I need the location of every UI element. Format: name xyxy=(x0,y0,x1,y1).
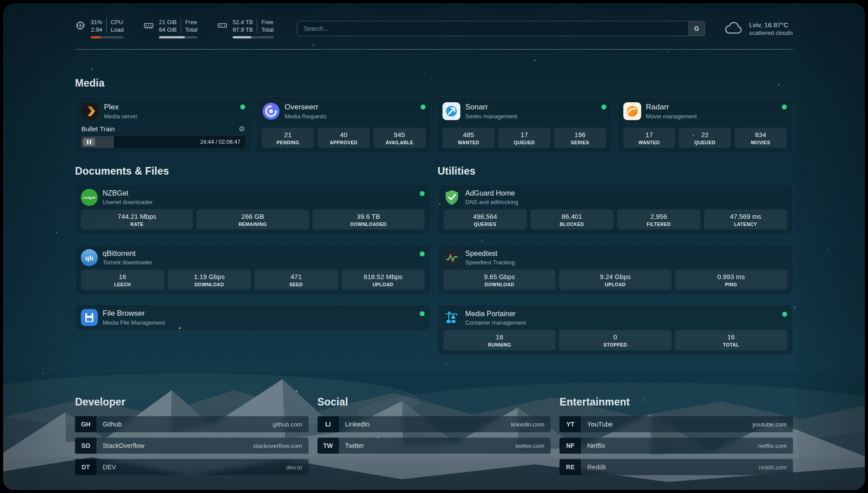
search-engine-button[interactable]: G xyxy=(689,21,705,36)
radarr-card-header: Radarr Movie management xyxy=(623,102,787,120)
disk-usage-bar xyxy=(233,36,274,38)
social-section-title: Social xyxy=(317,396,551,408)
bookmark-netflix[interactable]: NF Netflix netflix.com xyxy=(559,438,793,454)
stat-label: REMAINING xyxy=(198,221,307,227)
section-developer: Developer GH Github github.com SO StackO… xyxy=(75,396,309,480)
service-description: DNS and adblocking xyxy=(465,199,518,205)
overseerr-card[interactable]: Overseerr Media Requests 21 PENDING 40 A… xyxy=(256,96,432,154)
stackoverflow-badge: SO xyxy=(75,438,96,454)
documents-section-title: Documents & Files xyxy=(75,165,430,177)
radarr-card[interactable]: Radarr Movie management 17 WANTED 22 QUE… xyxy=(617,96,793,154)
bookmark-url: linkedin.com xyxy=(511,421,544,428)
stat-label: DOWNLOAD xyxy=(170,282,250,287)
stat-label: PING xyxy=(677,282,785,287)
bookmark-twitter[interactable]: TW Twitter twitter.com xyxy=(317,438,551,454)
entertainment-section-title: Entertainment xyxy=(559,396,793,408)
service-name: Plex xyxy=(104,103,138,112)
bookmark-youtube[interactable]: YT YouTube youtube.com xyxy=(559,416,793,432)
hard-drive-icon xyxy=(217,20,228,31)
stat-queries: 498,564 QUERIES xyxy=(443,209,527,230)
speedtest-waveform-icon xyxy=(443,249,460,266)
bookmark-name: Twitter xyxy=(345,442,364,449)
qbittorrent-titles: qBittorrent Torrent downloader xyxy=(103,250,152,266)
search-input[interactable] xyxy=(297,21,689,36)
stat-value: 86,401 xyxy=(532,213,612,221)
memory-usage-fill xyxy=(159,36,185,38)
weather-texts: Lviv, 16.87°C scattered clouds xyxy=(749,21,793,36)
gear-icon[interactable]: ⚙ xyxy=(238,125,245,133)
stat-label: QUEUED xyxy=(500,140,549,145)
portainer-stats: 16 RUNNING 0 STOPPED 16 TOTAL xyxy=(443,330,787,350)
dev-badge: DT xyxy=(75,459,96,475)
bookmarks-area: Developer GH Github github.com SO StackO… xyxy=(75,396,793,480)
weather-location: Lviv, 16.87°C xyxy=(749,21,793,29)
now-playing-row: Bullet Train ⚙ xyxy=(81,125,245,133)
dashboard-window: 31% 2.94 CPU Load xyxy=(3,3,865,490)
stat-movies: 834 MOVIES xyxy=(734,128,787,148)
entertainment-bookmarks: YT YouTube youtube.com NF Netflix netfli… xyxy=(559,416,793,475)
qbittorrent-card[interactable]: qb qBittorrent Torrent downloader 16 xyxy=(75,244,430,295)
stat-remaining: 266 GB REMAINING xyxy=(196,209,309,230)
bookmark-reddit[interactable]: RE Reddit reddit.com xyxy=(559,459,793,475)
playback-progress-bar[interactable]: 24:44 / 02:06:47 xyxy=(81,136,245,148)
speedtest-card[interactable]: Speedtest Speedtest Tracking 9.65 Gbps D… xyxy=(438,244,793,295)
stat-label: WANTED xyxy=(444,140,493,145)
stat-approved: 40 APPROVED xyxy=(317,128,370,148)
sonarr-titles: Sonarr Series management xyxy=(465,103,517,120)
adguard-card-header: AdGuard Home DNS and adblocking xyxy=(443,189,787,206)
cpu-values: 31% 2.94 xyxy=(91,18,102,33)
filebrowser-card[interactable]: File Browser Media File Management xyxy=(75,305,430,330)
stat-value: 1.19 Gbps xyxy=(170,273,250,281)
linkedin-badge: LI xyxy=(317,416,339,432)
stat-value: 834 xyxy=(736,131,785,139)
stat-label: LATENCY xyxy=(706,221,786,227)
bookmark-name: Reddit xyxy=(587,464,606,471)
reddit-badge: RE xyxy=(559,459,581,475)
stat-label: STOPPED xyxy=(561,342,669,347)
stat-value: 2,956 xyxy=(619,213,699,221)
portainer-card[interactable]: Media Portainer Container management 16 … xyxy=(438,305,793,355)
bookmark-linkedin[interactable]: LI LinkedIn linkedin.com xyxy=(317,416,551,432)
now-playing-title: Bullet Train xyxy=(81,125,115,133)
status-indicator xyxy=(420,191,425,196)
portainer-card-header: Media Portainer Container management xyxy=(443,309,787,326)
top-bar: 31% 2.94 CPU Load xyxy=(75,18,793,38)
adguard-titles: AdGuard Home DNS and adblocking xyxy=(465,189,518,205)
disk-label-1: Free xyxy=(261,18,273,26)
pause-button[interactable] xyxy=(83,138,95,146)
bookmark-github[interactable]: GH Github github.com xyxy=(75,416,309,432)
nzbget-icon: nzbget xyxy=(81,189,98,206)
stat-label: TOTAL xyxy=(677,342,785,347)
nzbget-stats: 744.21 Mbps RATE 266 GB REMAINING 39.6 T… xyxy=(81,209,425,230)
section-media: Media Plex Medi xyxy=(75,77,793,154)
playback-time: 24:44 / 02:06:47 xyxy=(200,139,245,145)
stat-value: 0 xyxy=(561,333,669,341)
memory-free-value: 21 GiB xyxy=(159,18,177,26)
stat-label: UPLOAD xyxy=(343,282,423,287)
bookmark-url: dev.to xyxy=(286,464,302,471)
nzbget-card[interactable]: nzbget NZBGet Usenet downloader 744.21 M… xyxy=(75,184,430,234)
bookmark-url: stackoverflow.com xyxy=(253,443,302,449)
stat-wanted: 17 WANTED xyxy=(623,128,676,148)
service-description: Usenet downloader xyxy=(103,199,153,205)
memory-icon xyxy=(143,20,154,31)
sonarr-card[interactable]: Sonarr Series management 485 WANTED 17 Q… xyxy=(436,96,613,154)
status-indicator xyxy=(240,104,245,109)
radarr-icon xyxy=(623,102,641,120)
bookmark-stackoverflow[interactable]: SO StackOverflow stackoverflow.com xyxy=(75,438,309,454)
stat-label: SERIES xyxy=(556,140,605,145)
disk-stat: 52.4 TB 97.9 TB Free Total xyxy=(217,18,274,38)
stat-latency: 47.569 ms LATENCY xyxy=(704,209,788,230)
service-description: Media server xyxy=(104,113,138,120)
section-entertainment: Entertainment YT YouTube youtube.com NF … xyxy=(559,396,793,480)
memory-labels: Free Total xyxy=(181,18,197,33)
plex-card[interactable]: Plex Media server Bullet Train ⚙ xyxy=(75,96,251,154)
stat-value: 9.65 Gbps xyxy=(445,273,554,281)
youtube-badge: YT xyxy=(559,416,581,432)
section-utilities: Utilities xyxy=(438,154,793,365)
service-name: Radarr xyxy=(646,103,697,112)
service-name: Media Portainer xyxy=(465,310,526,318)
service-name: Overseerr xyxy=(285,103,327,112)
adguard-card[interactable]: AdGuard Home DNS and adblocking 498,564 … xyxy=(438,184,793,234)
bookmark-dev[interactable]: DT DEV dev.to xyxy=(75,459,309,475)
